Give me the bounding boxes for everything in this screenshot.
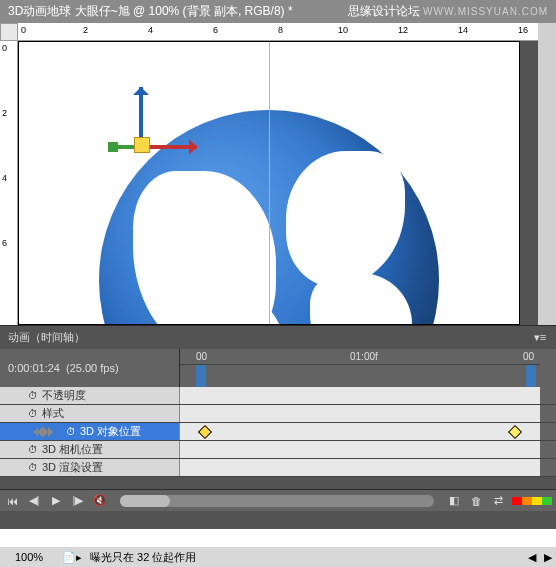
next-frame-button[interactable]: |▶ — [70, 493, 86, 509]
status-message: 曝光只在 32 位起作用 — [90, 550, 520, 565]
keyframe-diamond[interactable] — [198, 425, 212, 439]
animation-panel-title: 动画（时间轴） — [8, 330, 532, 345]
canvas-area: 0 2 4 6 0 2 4 6 8 10 12 14 16 — [0, 23, 556, 325]
playhead-handle[interactable] — [526, 365, 536, 387]
axis-center-handle[interactable] — [134, 137, 150, 153]
vertical-ruler[interactable]: 0 2 4 6 — [0, 23, 18, 325]
keyframe-diamond[interactable] — [508, 425, 522, 439]
track-row[interactable]: ⏱样式 — [0, 405, 556, 423]
onion-skin-button[interactable]: ◧ — [446, 493, 462, 509]
timeline-zoom-slider[interactable] — [120, 495, 434, 507]
vertical-guide[interactable] — [269, 42, 270, 324]
forum-credit: 思缘设计论坛 WWW.MISSYUAN.COM — [348, 3, 548, 20]
status-bar: 100% 📄▸ 曝光只在 32 位起作用 ◀ ▶ — [0, 547, 556, 567]
current-time-display[interactable]: 0:00:01:24 — [8, 362, 60, 374]
prev-frame-button[interactable]: ◀| — [26, 493, 42, 509]
stopwatch-icon[interactable]: ⏱ — [28, 462, 38, 473]
title-bar: 3D动画地球 大眼仔~旭 @ 100% (背景 副本, RGB/8) * 思缘设… — [0, 0, 556, 23]
render-indicator — [512, 497, 552, 505]
track-row[interactable]: ⏱3D 对象位置 — [0, 423, 556, 441]
animation-controls: ⏮ ◀| ▶ |▶ 🔇 ◧ 🗑 ⇄ — [0, 489, 556, 511]
work-area-start-handle[interactable] — [196, 365, 206, 387]
time-ruler[interactable]: 00 01:00f 00 — [180, 349, 540, 387]
delete-button[interactable]: 🗑 — [468, 493, 484, 509]
horizontal-ruler[interactable]: 0 2 4 6 8 10 12 14 16 — [18, 23, 538, 41]
stopwatch-icon[interactable]: ⏱ — [28, 408, 38, 419]
zoom-level[interactable]: 100% — [4, 551, 54, 563]
bottom-ruler — [0, 529, 556, 547]
track-row[interactable]: ⏱3D 渲染设置 — [0, 459, 556, 477]
panel-menu-icon[interactable]: ▾≡ — [532, 331, 548, 344]
convert-button[interactable]: ⇄ — [490, 493, 506, 509]
ruler-origin[interactable] — [0, 23, 18, 41]
status-prev-button[interactable]: ◀ — [528, 551, 536, 564]
rewind-button[interactable]: ⏮ — [4, 493, 20, 509]
document-title: 3D动画地球 大眼仔~旭 @ 100% (背景 副本, RGB/8) * — [8, 3, 293, 20]
vertical-scrollbar[interactable] — [538, 23, 556, 325]
stopwatch-icon[interactable]: ⏱ — [66, 426, 76, 437]
play-button[interactable]: ▶ — [48, 493, 64, 509]
doc-info-icon[interactable]: 📄▸ — [62, 551, 82, 564]
document-canvas[interactable] — [18, 41, 520, 325]
stopwatch-icon[interactable]: ⏱ — [28, 390, 38, 401]
x-axis-icon[interactable] — [142, 145, 197, 149]
track-row[interactable]: ⏱3D 相机位置 — [0, 441, 556, 459]
fps-display: (25.00 fps) — [66, 362, 119, 374]
timeline-header: 0:00:01:24 (25.00 fps) 00 01:00f 00 — [0, 349, 556, 387]
animation-panel: 动画（时间轴） ▾≡ 0:00:01:24 (25.00 fps) 00 01:… — [0, 325, 556, 511]
timeline-tracks: ⏱不透明度 ⏱样式 ⏱3D 对象位置 ⏱3D 相机位置 — [0, 387, 556, 489]
y-axis-icon[interactable] — [139, 87, 143, 142]
track-row[interactable]: ⏱不透明度 — [0, 387, 556, 405]
3d-axis-gizmo[interactable] — [84, 87, 204, 187]
keyframe-nav[interactable] — [28, 427, 58, 437]
audio-toggle-button[interactable]: 🔇 — [92, 493, 108, 509]
status-next-button[interactable]: ▶ — [544, 551, 552, 564]
stopwatch-icon[interactable]: ⏱ — [28, 444, 38, 455]
